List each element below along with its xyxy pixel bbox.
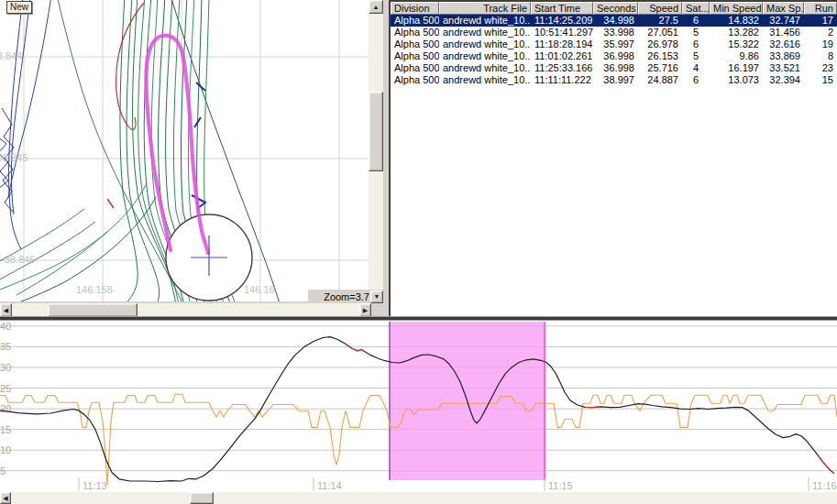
table-cell: 33.998	[593, 27, 638, 38]
zoom-dropdown-button[interactable]: ▼	[370, 290, 383, 303]
table-cell: 8	[804, 50, 837, 62]
y-tick-label: 35	[0, 341, 11, 352]
column-header-start-time[interactable]: Start Time	[531, 2, 593, 15]
blue-track	[11, 0, 30, 214]
column-header-division[interactable]: Division	[391, 2, 439, 15]
column-header-speed[interactable]: Speed	[638, 2, 682, 15]
table-cell: 10:51:41.297	[531, 27, 593, 38]
table-cell: 16.197	[710, 62, 763, 74]
table-cell: 23	[804, 62, 837, 74]
table-cell: 5	[682, 27, 710, 38]
selected-run-track[interactable]	[146, 36, 208, 253]
table-cell: 15.322	[710, 38, 763, 50]
red-mark	[107, 199, 114, 208]
application-window: -38.844-38.845-38.846146.158146.16 New ▲…	[0, 0, 837, 504]
table-cell: 25.716	[638, 62, 682, 74]
y-tick-label: 20	[0, 403, 11, 414]
table-row[interactable]: Alpha 500andrewd white_10...11:11:11.222…	[391, 74, 837, 86]
table-cell: 9.86	[710, 50, 763, 62]
table-cell: 33.521	[763, 62, 804, 74]
table-cell: 13.073	[710, 74, 763, 86]
chart-horizontal-scrollbar[interactable]: ◀	[0, 492, 837, 504]
x-tick-label: 11:13	[83, 480, 107, 491]
map-coordinate-label: 146.16	[244, 284, 275, 295]
y-tick-label: 30	[0, 362, 11, 373]
table-cell: andrewd white_10...	[439, 62, 531, 74]
column-header-seconds[interactable]: Seconds	[593, 2, 638, 15]
map-vertical-scrollbar[interactable]: ▲	[369, 0, 383, 290]
table-cell: Alpha 500	[391, 50, 439, 62]
table-cell: 5	[682, 50, 710, 62]
table-cell: 36.998	[593, 50, 638, 62]
speed-line-highlight-segment	[345, 344, 370, 356]
table-body: Alpha 500andrewd white_10...11:14:25.209…	[391, 15, 837, 86]
new-tooltip: New	[6, 1, 32, 14]
speed-time-chart: 11:1311:1411:1511:16403530252015105	[0, 321, 837, 492]
y-tick-label: 40	[0, 321, 11, 332]
gps-tracks-map	[0, 0, 369, 301]
table-cell: andrewd white_10...	[439, 74, 531, 86]
table-cell: Alpha 500	[391, 74, 439, 86]
table-row[interactable]: Alpha 500andrewd white_10...11:01:02.261…	[391, 50, 837, 62]
map-view[interactable]: -38.844-38.845-38.846146.158146.16 New	[0, 0, 369, 301]
scroll-up-button[interactable]: ▲	[369, 0, 383, 14]
table-cell: Alpha 500	[391, 27, 439, 38]
table-cell: 13.282	[710, 27, 763, 38]
table-cell: 11:11:11.222	[531, 74, 593, 86]
table-cell: 17	[804, 15, 837, 27]
table-cell: 6	[682, 74, 710, 86]
green-track	[127, 0, 160, 301]
table-cell: 11:01:02.261	[531, 50, 593, 62]
scrollbar-thumb[interactable]	[369, 92, 383, 171]
table-cell: 34.998	[593, 15, 638, 27]
x-tick-label: 11:14	[317, 480, 342, 491]
table-cell: 14.832	[710, 15, 763, 27]
map-coordinate-label: -38.845	[0, 152, 28, 163]
y-tick-label: 25	[0, 383, 11, 394]
table-cell: 11:14:25.209	[531, 15, 593, 27]
scrollbar-thumb[interactable]	[190, 492, 214, 504]
table-cell: 36.998	[593, 62, 638, 74]
column-header-max-sp[interactable]: Max Sp...	[763, 2, 804, 15]
table-cell: andrewd white_10...	[439, 50, 531, 62]
table-cell: 31.456	[763, 27, 804, 38]
table-cell: 27.5	[638, 15, 682, 27]
table-cell: 11:25:33.166	[531, 62, 593, 74]
y-tick-label: 15	[0, 424, 11, 435]
table-cell: 33.869	[763, 50, 804, 62]
table-cell: 38.997	[593, 74, 638, 86]
map-horizontal-scrollbar[interactable]: ◀ ▶	[0, 303, 371, 317]
runs-table-panel: DivisionTrack FileStart TimeSecondsSpeed…	[389, 0, 837, 316]
scroll-left-button[interactable]: ◀	[0, 303, 12, 317]
scrollbar-thumb[interactable]	[48, 303, 138, 317]
column-header-sat[interactable]: Sat...	[682, 2, 710, 15]
table-cell: 35.997	[593, 38, 638, 50]
table-row[interactable]: Alpha 500andrewd white_10...11:18:28.194…	[391, 38, 837, 50]
table-cell: andrewd white_10...	[439, 38, 531, 50]
scroll-right-button[interactable]: ▶	[359, 303, 371, 317]
table-cell: 15	[804, 74, 837, 86]
table-cell: 4	[682, 62, 710, 74]
table-cell: Alpha 500	[391, 38, 439, 50]
table-row[interactable]: Alpha 500andrewd white_10...11:25:33.166…	[391, 62, 837, 74]
table-cell: 11:18:28.194	[531, 38, 593, 50]
table-cell: 2	[804, 27, 837, 38]
table-cell: andrewd white_10...	[439, 27, 531, 38]
column-header-run[interactable]: Run	[804, 2, 837, 15]
table-cell: 26.978	[638, 38, 682, 50]
blue-track	[8, 0, 51, 198]
scroll-left-button[interactable]: ◀	[0, 492, 11, 504]
x-tick-label: 11:16	[812, 480, 837, 491]
y-tick-label: 10	[0, 444, 11, 455]
table-row[interactable]: Alpha 500andrewd white_10...10:51:41.297…	[391, 27, 837, 38]
table-cell: 27.051	[638, 27, 682, 38]
table-cell: 24.887	[638, 74, 682, 86]
column-header-track-file[interactable]: Track File	[439, 2, 531, 15]
table-cell: Alpha 500	[391, 15, 439, 27]
map-coordinate-label: 146.158	[76, 284, 113, 295]
x-tick-label: 11:15	[548, 480, 573, 491]
column-header-min-speed[interactable]: Min Speed	[710, 2, 763, 15]
table-row[interactable]: Alpha 500andrewd white_10...11:14:25.209…	[391, 15, 837, 27]
zoom-level-combo[interactable]: Zoom=3.7 ▼	[308, 290, 383, 303]
table-cell: Alpha 500	[391, 62, 439, 74]
